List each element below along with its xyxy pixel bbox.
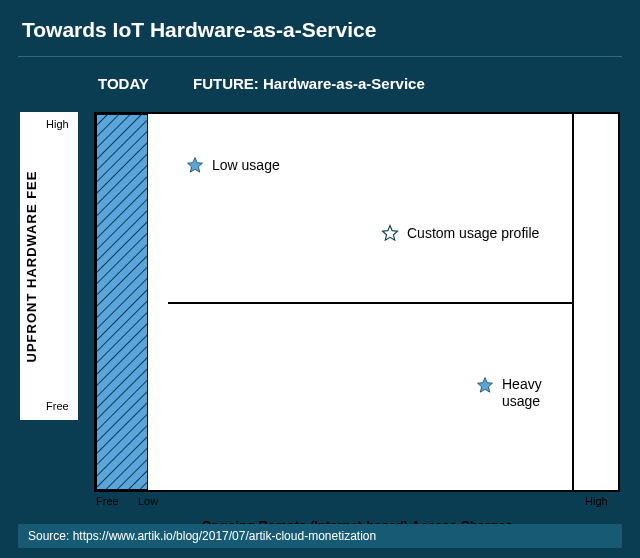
- point-label: Heavy usage: [502, 376, 562, 410]
- point-label: Low usage: [212, 157, 280, 173]
- plot-area: Low usage Custom usage profile Heavy usa…: [94, 112, 620, 492]
- column-headers: TODAY FUTURE: Hardware-as-a-Service: [18, 67, 622, 107]
- star-icon: [186, 156, 204, 174]
- page-title: Towards IoT Hardware-as-a-Service: [0, 0, 640, 56]
- today-band: [96, 114, 148, 490]
- diagram-container: Towards IoT Hardware-as-a-Service TODAY …: [0, 0, 640, 558]
- point-heavy-usage: Heavy usage: [476, 376, 562, 410]
- divider: [18, 56, 622, 57]
- y-tick-high: High: [46, 118, 69, 130]
- point-custom-usage: Custom usage profile: [381, 224, 539, 242]
- star-icon: [476, 376, 494, 394]
- y-axis-strip: UPFRONT HARDWARE FEE High Free: [20, 112, 78, 420]
- x-tick-low: Low: [138, 495, 158, 507]
- y-tick-free: Free: [46, 400, 69, 412]
- mid-divider: [168, 302, 574, 304]
- x-tick-free: Free: [96, 495, 119, 507]
- source-bar: Source: https://www.artik.io/blog/2017/0…: [18, 524, 622, 548]
- chart-area: UPFRONT HARDWARE FEE High Free: [20, 112, 620, 512]
- source-text: Source: https://www.artik.io/blog/2017/0…: [28, 529, 376, 543]
- svg-rect-2: [96, 114, 148, 490]
- point-low-usage: Low usage: [186, 156, 280, 174]
- header-future: FUTURE: Hardware-as-a-Service: [193, 75, 425, 92]
- header-today: TODAY: [98, 75, 149, 92]
- star-icon: [381, 224, 399, 242]
- axis-gap: [78, 112, 94, 420]
- right-divider: [572, 114, 574, 490]
- point-label: Custom usage profile: [407, 225, 539, 241]
- x-tick-high: High: [585, 495, 608, 507]
- y-axis-label: UPFRONT HARDWARE FEE: [22, 112, 42, 420]
